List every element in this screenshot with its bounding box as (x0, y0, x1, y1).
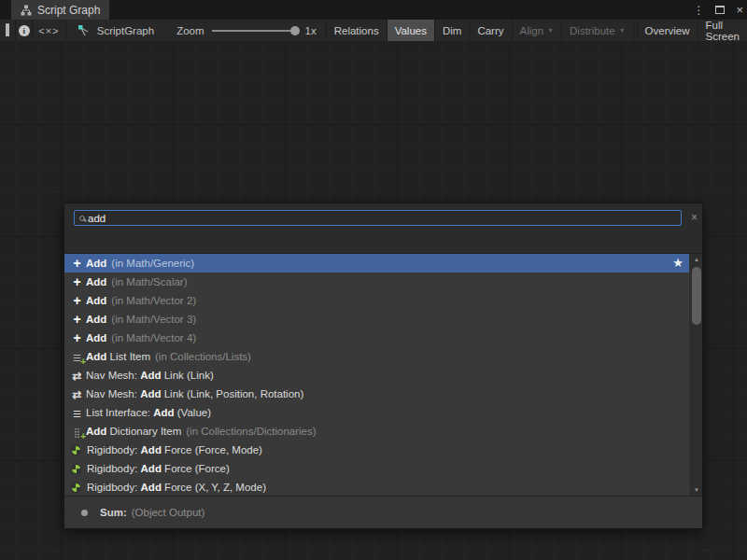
zoom-control: Zoom 1x (167, 20, 326, 41)
results-scrollbar[interactable]: ▲ ▼ (689, 254, 702, 496)
close-icon[interactable]: × (736, 4, 743, 16)
list-item[interactable]: Add List Item(in Collections/Lists) (64, 347, 689, 366)
graph-toolbar: i <×> ScriptGraph Zoom 1x Relations Valu… (0, 20, 747, 41)
list-item[interactable]: Add(in Math/Scalar) (64, 273, 689, 291)
script-graph-icon (78, 24, 91, 36)
overview-button[interactable]: Overview (638, 20, 698, 41)
add-icon (70, 331, 84, 345)
list-icon (70, 409, 84, 420)
add-icon (70, 257, 84, 271)
scroll-up-icon[interactable]: ▲ (690, 254, 703, 265)
values-button[interactable]: Values (388, 20, 435, 41)
zoom-value: 1x (305, 25, 317, 36)
graph-breadcrumb[interactable]: ScriptGraph (66, 20, 167, 41)
chevron-down-icon: ▼ (547, 27, 554, 34)
scrollbar-thumb[interactable] (692, 267, 701, 325)
add-list-item-icon (70, 353, 84, 364)
fuzzy-finder-popup: × Search Add(in Math/Generic) ★ Add(in M… (63, 203, 703, 529)
rigidbody-icon (71, 483, 81, 493)
fullscreen-button[interactable]: Full Screen (698, 20, 747, 41)
zoom-label: Zoom (176, 25, 204, 36)
footer-output-name: Sum: (100, 507, 127, 518)
list-item[interactable]: Add Dictionary Item(in Collections/Dicti… (64, 422, 689, 441)
code-preview-button[interactable]: <×> (33, 20, 66, 41)
search-input[interactable] (88, 211, 677, 225)
list-item[interactable]: Rigidbody: Add Force (X, Y, Z, Mode) (64, 478, 689, 496)
zoom-slider[interactable] (212, 30, 298, 32)
dim-button[interactable]: Dim (435, 20, 470, 41)
distribute-button[interactable]: Distribute ▼ (562, 20, 634, 41)
window-tab-bar: Script Graph ⋮ × (0, 0, 747, 20)
output-dot-icon (81, 510, 88, 516)
add-icon (70, 313, 84, 327)
list-item[interactable]: Nav Mesh: Add Link (Link, Position, Rota… (64, 385, 689, 403)
list-item[interactable]: List Interface: Add (Value) (64, 403, 689, 422)
lock-button[interactable] (0, 20, 16, 41)
graph-name-label: ScriptGraph (97, 25, 154, 36)
lock-icon (6, 25, 9, 36)
finder-footer: Sum: (Object Output) (64, 496, 702, 528)
add-icon (70, 294, 84, 308)
nav-mesh-icon (70, 389, 84, 401)
rigidbody-icon (71, 464, 81, 474)
info-button[interactable]: i (16, 20, 32, 41)
add-dictionary-item-icon (70, 427, 84, 439)
add-icon (70, 275, 84, 289)
list-item[interactable]: Rigidbody: Add Force (Force, Mode) (64, 441, 689, 459)
chevron-down-icon: ▼ (619, 27, 626, 34)
search-zone: × Search (64, 203, 702, 253)
list-item[interactable]: Add(in Math/Vector 2) (64, 291, 689, 310)
scroll-down-icon[interactable]: ▼ (690, 484, 703, 496)
favorite-star-icon[interactable]: ★ (672, 254, 684, 273)
clear-search-icon[interactable]: × (691, 212, 698, 223)
zoom-slider-thumb[interactable] (290, 26, 300, 35)
relations-button[interactable]: Relations (326, 20, 388, 41)
nav-mesh-icon (70, 371, 84, 383)
tab-script-graph[interactable]: Script Graph (11, 0, 109, 20)
tab-label: Script Graph (37, 4, 100, 17)
list-item[interactable]: Nav Mesh: Add Link (Link) (64, 366, 689, 385)
list-item[interactable]: Add(in Math/Vector 3) (64, 310, 689, 329)
code-icon: <×> (38, 25, 59, 36)
footer-output-type: (Object Output) (132, 507, 205, 518)
align-button[interactable]: Align ▼ (513, 20, 563, 41)
list-item[interactable]: Rigidbody: Add Force (Force) (64, 459, 689, 478)
results-list: Add(in Math/Generic) ★ Add(in Math/Scala… (64, 253, 702, 496)
search-icon (79, 216, 85, 221)
window-menu-icon[interactable]: ⋮ (693, 4, 704, 17)
info-icon: i (19, 25, 30, 36)
search-box[interactable] (74, 210, 682, 226)
carry-button[interactable]: Carry (470, 20, 512, 41)
list-item[interactable]: Add(in Math/Vector 4) (64, 329, 689, 347)
maximize-icon[interactable] (715, 6, 725, 14)
list-item[interactable]: Add(in Math/Generic) ★ (64, 254, 689, 273)
rigidbody-icon (71, 445, 81, 455)
graph-hierarchy-icon (21, 5, 32, 16)
